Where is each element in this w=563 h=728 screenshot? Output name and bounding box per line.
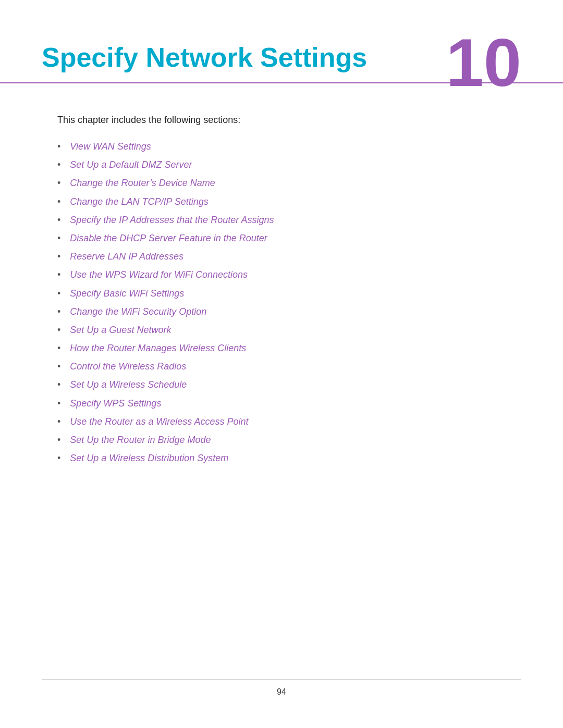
list-item: •Specify WPS Settings (57, 397, 521, 410)
page-container: Specify Network Settings 10 This chapter… (0, 0, 563, 728)
bullet-icon: • (57, 324, 60, 337)
toc-link[interactable]: Set Up a Wireless Distribution System (70, 452, 228, 465)
bullet-icon: • (57, 452, 60, 465)
toc-link[interactable]: Change the LAN TCP/IP Settings (70, 195, 208, 208)
chapter-number: 10 (446, 29, 521, 96)
bullet-icon: • (57, 268, 60, 281)
bullet-icon: • (57, 415, 60, 428)
list-item: •Set Up a Default DMZ Server (57, 158, 521, 171)
toc-link[interactable]: Set Up a Guest Network (70, 324, 171, 337)
toc-link[interactable]: Specify the IP Addresses that the Router… (70, 214, 274, 227)
list-item: •Control the Wireless Radios (57, 360, 521, 373)
toc-list: •View WAN Settings•Set Up a Default DMZ … (57, 140, 521, 465)
list-item: •Set Up the Router in Bridge Mode (57, 434, 521, 447)
list-item: •Change the WiFi Security Option (57, 305, 521, 318)
chapter-title: Specify Network Settings (42, 42, 367, 82)
list-item: •Disable the DHCP Server Feature in the … (57, 232, 521, 245)
toc-link[interactable]: Set Up the Router in Bridge Mode (70, 434, 211, 447)
bullet-icon: • (57, 360, 60, 373)
toc-link[interactable]: Change the WiFi Security Option (70, 305, 206, 318)
bullet-icon: • (57, 342, 60, 355)
list-item: •Change the Router’s Device Name (57, 177, 521, 190)
list-item: •Change the LAN TCP/IP Settings (57, 195, 521, 208)
toc-link[interactable]: Reserve LAN IP Addresses (70, 250, 183, 263)
list-item: •Set Up a Wireless Schedule (57, 378, 521, 391)
toc-link[interactable]: How the Router Manages Wireless Clients (70, 342, 246, 355)
intro-text: This chapter includes the following sect… (57, 115, 521, 126)
toc-link[interactable]: Change the Router’s Device Name (70, 177, 215, 190)
bullet-icon: • (57, 434, 60, 447)
bullet-icon: • (57, 195, 60, 208)
toc-link[interactable]: Set Up a Default DMZ Server (70, 158, 192, 171)
toc-link[interactable]: Disable the DHCP Server Feature in the R… (70, 232, 267, 245)
toc-link[interactable]: Use the WPS Wizard for WiFi Connections (70, 268, 248, 281)
bullet-icon: • (57, 250, 60, 263)
list-item: •Set Up a Guest Network (57, 324, 521, 337)
list-item: •How the Router Manages Wireless Clients (57, 342, 521, 355)
content-section: This chapter includes the following sect… (0, 83, 563, 501)
header-section: Specify Network Settings 10 (0, 0, 563, 83)
bullet-icon: • (57, 158, 60, 171)
toc-link[interactable]: Set Up a Wireless Schedule (70, 378, 187, 391)
bullet-icon: • (57, 177, 60, 190)
bullet-icon: • (57, 140, 60, 153)
list-item: •Use the WPS Wizard for WiFi Connections (57, 268, 521, 281)
bullet-icon: • (57, 378, 60, 391)
toc-link[interactable]: Control the Wireless Radios (70, 360, 186, 373)
page-number: 94 (42, 687, 521, 697)
bullet-icon: • (57, 214, 60, 227)
bullet-icon: • (57, 397, 60, 410)
footer: 94 (42, 680, 521, 697)
toc-link[interactable]: View WAN Settings (70, 140, 151, 153)
list-item: •Set Up a Wireless Distribution System (57, 452, 521, 465)
bullet-icon: • (57, 232, 60, 245)
list-item: •Use the Router as a Wireless Access Poi… (57, 415, 521, 428)
list-item: •Specify Basic WiFi Settings (57, 287, 521, 300)
toc-link[interactable]: Specify Basic WiFi Settings (70, 287, 184, 300)
list-item: •Specify the IP Addresses that the Route… (57, 214, 521, 227)
list-item: •Reserve LAN IP Addresses (57, 250, 521, 263)
bullet-icon: • (57, 287, 60, 300)
list-item: •View WAN Settings (57, 140, 521, 153)
toc-link[interactable]: Use the Router as a Wireless Access Poin… (70, 415, 248, 428)
toc-link[interactable]: Specify WPS Settings (70, 397, 161, 410)
bullet-icon: • (57, 305, 60, 318)
